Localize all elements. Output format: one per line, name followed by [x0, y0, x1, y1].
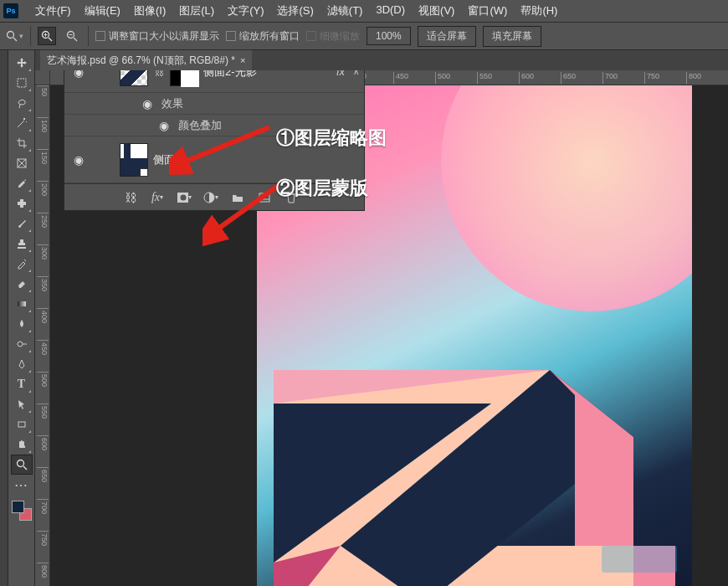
menu-window[interactable]: 窗口(W) [461, 0, 514, 22]
layer-thumbnail[interactable] [120, 70, 148, 86]
path-select-tool[interactable] [12, 395, 32, 414]
scrubby-zoom-checkbox: 细微缩放 [306, 29, 360, 44]
visibility-toggle-icon[interactable]: ◉ [69, 153, 88, 167]
eraser-tool[interactable] [12, 275, 32, 293]
svg-point-0 [7, 32, 13, 39]
svg-line-32 [213, 186, 278, 233]
blur-tool[interactable] [12, 315, 32, 333]
effects-row[interactable]: ◉ 效果 [64, 93, 364, 115]
type-tool[interactable]: T [12, 375, 32, 393]
arrow-1 [169, 117, 278, 176]
hand-tool[interactable] [12, 435, 32, 454]
menu-type[interactable]: 文字(Y) [221, 0, 270, 22]
svg-line-7 [74, 38, 77, 41]
svg-rect-14 [20, 199, 23, 208]
main-menu: 文件(F) 编辑(E) 图像(I) 图层(L) 文字(Y) 选择(S) 滤镜(T… [28, 0, 564, 22]
effects-label: 效果 [161, 96, 183, 111]
canvas-art-letter [274, 270, 675, 586]
svg-line-31 [179, 127, 269, 164]
menu-edit[interactable]: 编辑(E) [78, 0, 127, 22]
zoom-out-button[interactable] [63, 27, 81, 45]
lasso-tool[interactable] [12, 94, 32, 112]
gradient-tool[interactable] [12, 295, 32, 313]
menu-filter[interactable]: 滤镜(T) [320, 0, 370, 22]
dodge-tool[interactable] [12, 335, 32, 353]
zoom-in-button[interactable] [38, 27, 56, 45]
tab-close-icon[interactable]: × [240, 55, 245, 65]
options-bar: ▾ 调整窗口大小以满屏显示 缩放所有窗口 细微缩放 100% 适合屏幕 填充屏幕 [0, 22, 728, 50]
fit-screen-button[interactable]: 适合屏幕 [418, 26, 476, 47]
svg-line-3 [49, 38, 52, 41]
toolbox: T ⋯ [8, 50, 35, 586]
menu-3d[interactable]: 3D(D) [369, 0, 412, 22]
crop-tool[interactable] [12, 134, 32, 152]
tool-preset-icon[interactable]: ▾ [5, 27, 23, 45]
layer-thumbnail[interactable] [120, 143, 148, 177]
frame-tool[interactable] [12, 154, 32, 172]
svg-point-19 [17, 460, 23, 467]
svg-rect-15 [18, 301, 26, 306]
app-icon: Ps [3, 3, 18, 18]
layer-mask-thumbnail[interactable] [170, 70, 198, 86]
ruler-corner [35, 70, 50, 85]
rectangle-tool[interactable] [12, 415, 32, 434]
brush-tool[interactable] [12, 214, 32, 233]
menubar: Ps 文件(F) 编辑(E) 图像(I) 图层(L) 文字(Y) 选择(S) 滤… [0, 0, 728, 22]
move-tool[interactable] [12, 54, 32, 72]
svg-rect-18 [18, 422, 25, 427]
document-tabs: 艺术海报.psd @ 66.7% (N顶部, RGB/8#) * × [35, 50, 728, 70]
menu-view[interactable]: 视图(V) [412, 0, 461, 22]
ruler-vertical: 5010015020025030035040045050055060065070… [35, 85, 50, 586]
svg-point-28 [181, 194, 187, 200]
svg-line-1 [13, 38, 17, 41]
menu-file[interactable]: 文件(F) [28, 0, 78, 22]
marquee-tool[interactable] [12, 74, 32, 92]
fill-screen-button[interactable]: 填充屏幕 [483, 26, 541, 47]
svg-line-20 [23, 466, 27, 470]
arrow-2 [203, 179, 286, 246]
svg-point-16 [18, 342, 23, 347]
color-swatches[interactable] [12, 501, 32, 521]
add-mask-icon[interactable]: ▾ [177, 190, 192, 205]
fx-badge[interactable]: fx [336, 70, 345, 78]
annotation-1: ①图层缩略图 [276, 126, 387, 151]
mask-link-icon[interactable]: ⛓ [153, 70, 165, 77]
link-layers-icon[interactable]: ⛓ [123, 190, 138, 205]
menu-select[interactable]: 选择(S) [270, 0, 320, 22]
menu-help[interactable]: 帮助(H) [514, 0, 564, 22]
document-tab[interactable]: 艺术海报.psd @ 66.7% (N顶部, RGB/8#) * × [40, 50, 252, 71]
layer-name[interactable]: 侧面2-光影 [203, 70, 331, 80]
pen-tool[interactable] [12, 355, 32, 373]
healing-tool[interactable] [12, 194, 32, 213]
annotation-2: ②图层蒙版 [276, 176, 368, 201]
visibility-toggle-icon[interactable]: ◉ [69, 70, 88, 79]
history-brush-tool[interactable] [12, 254, 32, 273]
stamp-tool[interactable] [12, 234, 32, 253]
zoom-tool[interactable] [12, 455, 32, 474]
expand-icon[interactable]: ∧ [353, 70, 359, 76]
zoom-all-checkbox[interactable]: 缩放所有窗口 [226, 29, 300, 44]
smart-object-badge-icon [140, 168, 148, 177]
watermark [602, 546, 677, 573]
svg-rect-9 [18, 79, 26, 87]
wand-tool[interactable] [12, 114, 32, 132]
resize-window-checkbox[interactable]: 调整窗口大小以满屏显示 [95, 29, 219, 44]
side-gutter [0, 50, 8, 586]
zoom-100-button[interactable]: 100% [367, 27, 411, 45]
menu-image[interactable]: 图像(I) [127, 0, 172, 22]
layer-style-icon[interactable]: fx▾ [150, 190, 165, 205]
eyedropper-tool[interactable] [12, 174, 32, 193]
tab-label: 艺术海报.psd @ 66.7% (N顶部, RGB/8#) * [47, 54, 235, 68]
edit-toolbar[interactable]: ⋯ [12, 475, 32, 494]
layer-row-1[interactable]: ◉ ⛓ 侧面2-光影 fx ∧ [64, 70, 364, 93]
menu-layer[interactable]: 图层(L) [172, 0, 221, 22]
visibility-toggle-icon[interactable]: ◉ [140, 97, 155, 111]
